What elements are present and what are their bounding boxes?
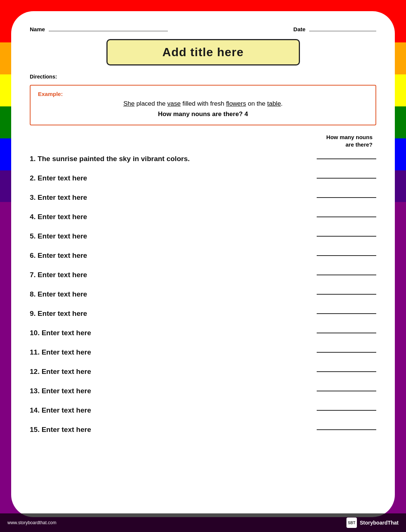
name-line (49, 31, 168, 31)
list-item: 4. Enter text here (30, 208, 376, 225)
list-item: 3. Enter text here (30, 189, 376, 206)
page-title: Add title here (162, 45, 243, 59)
example-box: Example: She placed the vase filled with… (30, 85, 376, 125)
answer-line-13 (317, 391, 376, 391)
list-item: 7. Enter text here (30, 266, 376, 283)
underline-table: table (267, 100, 281, 107)
list-item-text-3: 3. Enter text here (30, 193, 309, 202)
answer-line-6 (317, 255, 376, 256)
directions-label: Directions: (30, 74, 376, 80)
answer-line-15 (317, 429, 376, 430)
list-item: 11. Enter text here (30, 344, 376, 361)
title-box: Add title here (106, 39, 300, 65)
answer-line-1 (317, 158, 376, 159)
list-item: 6. Enter text here (30, 247, 376, 264)
footer-url: www.storyboardthat.com (7, 520, 56, 525)
header-row: Name Date (30, 26, 376, 32)
answer-line-5 (317, 236, 376, 237)
list-item-text-6: 6. Enter text here (30, 251, 309, 260)
list-item-text-7: 7. Enter text here (30, 271, 309, 279)
list-item: 1. The sunrise painted the sky in vibran… (30, 150, 376, 167)
items-container: 1. The sunrise painted the sky in vibran… (30, 150, 376, 438)
list-item: 13. Enter text here (30, 382, 376, 400)
example-question: How many nouns are there? 4 (38, 110, 368, 118)
example-label: Example: (38, 91, 368, 97)
list-item-text-2: 2. Enter text here (30, 174, 309, 182)
list-item: 5. Enter text here (30, 228, 376, 245)
column-header: How many nounsare there? (30, 134, 376, 148)
list-item-text-8: 8. Enter text here (30, 290, 309, 298)
footer-bar: www.storyboardthat.com SBT StoryboardTha… (0, 513, 406, 532)
name-field: Name (30, 26, 168, 32)
name-label: Name (30, 26, 45, 32)
list-item: 12. Enter text here (30, 363, 376, 380)
list-item: 10. Enter text here (30, 324, 376, 342)
answer-line-10 (317, 333, 376, 333)
answer-line-3 (317, 197, 376, 198)
list-item-text-5: 5. Enter text here (30, 232, 309, 240)
answer-line-7 (317, 275, 376, 275)
list-item-text-13: 13. Enter text here (30, 387, 309, 395)
list-item: 2. Enter text here (30, 170, 376, 187)
underline-vase: vase (167, 100, 181, 107)
list-item-text-14: 14. Enter text here (30, 406, 309, 414)
answer-line-14 (317, 410, 376, 411)
footer-logo: SBT StoryboardThat (346, 517, 399, 528)
answer-line-8 (317, 294, 376, 295)
list-item-text-1: 1. The sunrise painted the sky in vibran… (30, 155, 309, 163)
example-sentence: She placed the vase filled with fresh fl… (38, 100, 368, 108)
logo-icon: SBT (346, 517, 357, 528)
answer-line-12 (317, 371, 376, 372)
list-item-text-10: 10. Enter text here (30, 329, 309, 337)
list-item-text-9: 9. Enter text here (30, 310, 309, 318)
list-item-text-15: 15. Enter text here (30, 426, 309, 434)
list-item-text-11: 11. Enter text here (30, 348, 309, 356)
answer-line-4 (317, 217, 376, 217)
date-label: Date (293, 26, 306, 32)
answer-line-11 (317, 352, 376, 353)
footer-logo-text: StoryboardThat (360, 520, 399, 526)
answer-line-2 (317, 178, 376, 179)
list-item-text-4: 4. Enter text here (30, 213, 309, 221)
date-field: Date (293, 26, 376, 32)
list-item: 8. Enter text here (30, 286, 376, 303)
answer-line-9 (317, 313, 376, 314)
date-line (309, 31, 376, 31)
list-item-text-12: 12. Enter text here (30, 368, 309, 376)
list-item: 14. Enter text here (30, 402, 376, 419)
list-item: 9. Enter text here (30, 305, 376, 322)
list-item: 15. Enter text here (30, 421, 376, 438)
underline-she: She (123, 100, 134, 107)
white-card: Name Date Add title here Directions: Exa… (11, 11, 395, 517)
underline-flowers: flowers (226, 100, 246, 107)
